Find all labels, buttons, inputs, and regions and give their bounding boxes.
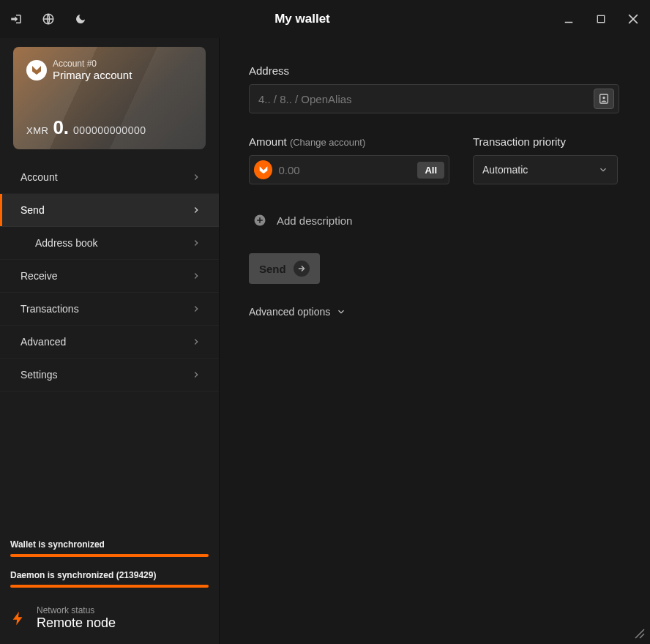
svg-line-9 [635,629,644,638]
nav-receive[interactable]: Receive [0,260,219,293]
priority-label: Transaction priority [473,135,618,148]
network-status-value: Remote node [37,615,116,631]
nav-address-book[interactable]: Address book [0,227,219,260]
chevron-down-icon [336,307,346,317]
nav-label: Settings [20,369,58,381]
account-card[interactable]: Account #0 Primary account XMR 0. 000000… [13,47,206,149]
balance-integer: 0. [53,116,69,139]
daemon-sync-label: Daemon is synchronized (2139429) [10,570,209,580]
send-button[interactable]: Send [249,253,320,284]
nav-transactions[interactable]: Transactions [0,293,219,326]
chevron-right-icon [191,370,201,380]
chevron-down-icon [598,165,608,175]
xmr-icon [254,160,272,179]
svg-point-6 [602,97,605,99]
amount-all-button[interactable]: All [417,162,444,179]
chevron-right-icon [191,205,201,215]
nav-label: Receive [20,270,58,282]
maximize-button[interactable] [593,11,609,27]
sidebar: Account #0 Primary account XMR 0. 000000… [0,38,220,644]
nav-label: Address book [35,237,98,249]
nav-label: Transactions [20,303,79,315]
balance-decimals: 000000000000 [73,124,146,136]
wallet-sync-label: Wallet is synchronized [10,539,209,550]
sync-status: Wallet is synchronized Daemon is synchro… [0,532,219,601]
nav-advanced[interactable]: Advanced [0,326,219,359]
monero-logo-icon [26,60,47,80]
add-description-label: Add description [277,214,352,227]
bolt-icon [10,608,26,629]
change-account-link[interactable]: (Change account) [290,137,365,148]
add-description-button[interactable]: Add description [249,214,621,227]
nav-send[interactable]: Send [0,194,219,227]
sidebar-nav: Account Send Address book Receive Transa… [0,161,219,392]
address-input-row [249,84,619,113]
window-controls [561,11,641,27]
close-button[interactable] [625,11,641,27]
priority-value: Automatic [482,164,528,176]
contact-icon [598,93,610,105]
titlebar: My wallet [0,0,650,38]
chevron-right-icon [191,172,201,182]
plus-circle-icon [253,214,266,227]
arrow-right-icon [294,261,310,277]
nav-account[interactable]: Account [0,161,219,194]
advanced-options-label: Advanced options [249,306,330,318]
network-status-label: Network status [37,605,116,615]
amount-input-row: All [249,155,449,184]
address-book-button[interactable] [594,89,614,109]
chevron-right-icon [191,271,201,281]
nav-label: Account [20,171,58,183]
nav-label: Advanced [20,336,66,348]
minimize-button[interactable] [561,11,577,27]
account-name: Primary account [53,69,132,81]
chevron-right-icon [191,304,201,314]
wallet-sync-bar [10,554,209,557]
account-number: Account #0 [53,59,132,69]
advanced-options-toggle[interactable]: Advanced options [249,306,621,318]
priority-select[interactable]: Automatic [473,155,618,184]
address-label: Address [249,64,621,77]
address-input[interactable] [258,93,594,105]
send-button-label: Send [259,263,286,275]
chevron-right-icon [191,337,201,347]
main-panel: Address Amount (Change account) All [220,38,650,644]
svg-rect-2 [597,15,604,22]
amount-input[interactable] [278,164,417,176]
resize-handle-icon[interactable] [634,628,646,640]
svg-line-10 [640,634,644,638]
balance-currency: XMR [26,125,48,136]
nav-settings[interactable]: Settings [0,359,219,392]
window-title: My wallet [44,12,561,26]
logout-icon[interactable] [9,12,23,26]
chevron-right-icon [191,238,201,248]
network-status[interactable]: Network status Remote node [0,601,219,644]
balance: XMR 0. 000000000000 [26,116,146,139]
amount-label: Amount (Change account) [249,135,449,148]
daemon-sync-bar [10,585,209,588]
nav-label: Send [20,204,45,216]
